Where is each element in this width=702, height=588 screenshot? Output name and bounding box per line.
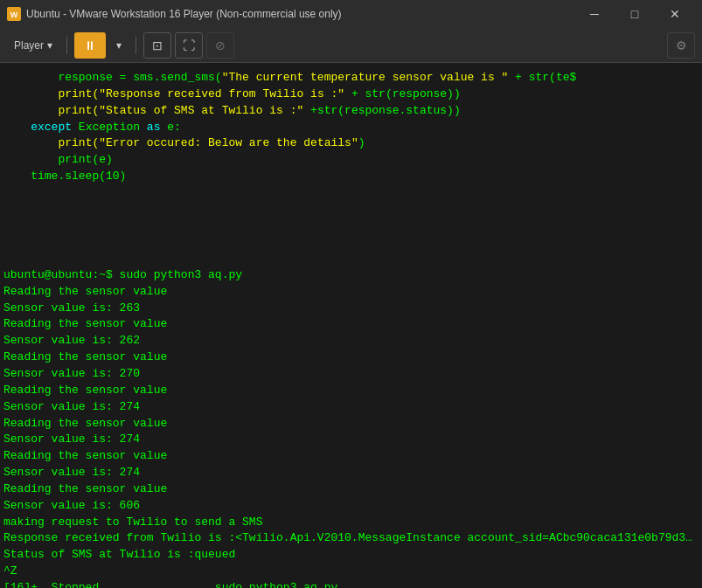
out-15: making request to Twilio to send a SMS — [3, 515, 699, 531]
blank-space — [3, 189, 699, 267]
toolbar: Player ▾ ⏸ ▾ ⊡ ⛶ ⊘ ⚙ — [0, 28, 702, 63]
pause-dropdown-button[interactable]: ▾ — [109, 32, 129, 59]
window-title: Ubuntu - VMware Workstation 16 Player (N… — [26, 8, 574, 20]
terminal[interactable]: response = sms.send_sms("The current tem… — [0, 63, 702, 588]
settings-button[interactable]: ⚙ — [667, 32, 695, 59]
out-8: Sensor value is: 274 — [3, 399, 699, 416]
out-9: Reading the sensor value — [3, 416, 699, 432]
pause-button[interactable]: ⏸ — [74, 32, 106, 59]
out-2: Sensor value is: 263 — [3, 301, 699, 317]
out-19: [16]+ Stopped sudo python3 aq.py — [3, 580, 699, 588]
out-6: Sensor value is: 270 — [3, 366, 699, 383]
prompt-line: ubuntu@ubuntu:~$ sudo python3 aq.py — [3, 267, 699, 284]
out-10: Sensor value is: 274 — [3, 432, 699, 448]
out-18: ^Z — [3, 564, 699, 580]
vm-icon: ⊡ — [152, 38, 163, 52]
maximize-button[interactable]: □ — [615, 0, 655, 28]
out-5: Reading the sensor value — [3, 349, 699, 366]
out-1: Reading the sensor value — [3, 284, 699, 301]
close-button[interactable]: ✕ — [655, 0, 695, 28]
disabled-icon: ⊘ — [215, 38, 226, 52]
out-3: Reading the sensor value — [3, 316, 699, 333]
code-line-1: response = sms.send_sms("The current tem… — [3, 70, 699, 86]
code-line-2: print("Response received from Twilio is … — [3, 86, 699, 103]
out-4: Sensor value is: 262 — [3, 333, 699, 349]
app-icon: W — [7, 7, 21, 21]
out-12: Sensor value is: 274 — [3, 465, 699, 481]
separator-2 — [136, 37, 136, 54]
fullscreen-icon: ⛶ — [183, 38, 195, 52]
out-13: Reading the sensor value — [3, 481, 699, 498]
code-area: response = sms.send_sms("The current tem… — [3, 70, 699, 189]
out-11: Reading the sensor value — [3, 448, 699, 465]
player-menu-button[interactable]: Player ▾ — [7, 32, 59, 59]
code-line-6: print(e) — [3, 152, 699, 169]
disabled-button: ⊘ — [206, 32, 234, 59]
player-label: Player — [14, 39, 44, 52]
vm-settings-button[interactable]: ⊡ — [143, 32, 171, 59]
main-content: response = sms.send_sms("The current tem… — [0, 63, 702, 588]
fullscreen-button[interactable]: ⛶ — [175, 32, 203, 59]
player-dropdown-icon: ▾ — [47, 39, 52, 52]
separator-1 — [66, 37, 67, 54]
window-controls: ─ □ ✕ — [574, 0, 695, 28]
settings-icon: ⚙ — [676, 38, 687, 52]
minimize-button[interactable]: ─ — [574, 0, 615, 28]
out-14: Sensor value is: 606 — [3, 498, 699, 515]
code-line-3: print("Status of SMS at Twilio is :" +st… — [3, 103, 699, 120]
out-16: Response received from Twilio is :<Twili… — [3, 530, 699, 547]
out-7: Reading the sensor value — [3, 383, 699, 399]
pause-icon: ⏸ — [84, 38, 96, 52]
output-area: ubuntu@ubuntu:~$ sudo python3 aq.py Read… — [3, 267, 699, 588]
titlebar: W Ubuntu - VMware Workstation 16 Player … — [0, 0, 702, 28]
svg-text:W: W — [10, 10, 18, 19]
code-line-5: print("Error occured: Below are the deta… — [3, 135, 699, 152]
out-17: Status of SMS at Twilio is :queued — [3, 547, 699, 564]
code-line-7: time.sleep(10) — [3, 169, 699, 185]
code-line-4: except Exception as e: — [3, 120, 699, 136]
pause-dropdown-icon: ▾ — [116, 39, 122, 52]
